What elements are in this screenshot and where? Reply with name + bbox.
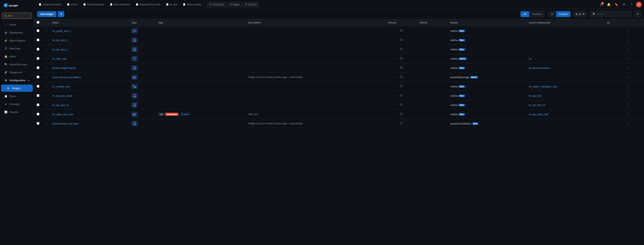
filter-all2-button[interactable]: All xyxy=(548,11,556,17)
dashboard-link[interactable]: tm_bar_label_test xyxy=(529,113,548,116)
widget-name-link[interactable]: tm_kpi_test_XL xyxy=(52,104,70,106)
row-menu-button[interactable]: ⋮ xyxy=(626,38,630,42)
help-button[interactable]: ? xyxy=(628,2,634,8)
row-us-cell xyxy=(604,100,624,110)
row-menu-button[interactable]: ⋮ xyxy=(626,66,630,70)
row-us-cell xyxy=(604,119,624,128)
dashboard-link[interactable]: tm xyxy=(529,57,532,60)
row-checkbox[interactable] xyxy=(37,85,39,88)
select-all-checkbox[interactable] xyxy=(37,21,39,24)
widget-name-link[interactable]: tm_kpi_test_1 xyxy=(52,48,68,51)
widget-name-link[interactable]: Asset Services by Netflow xyxy=(52,76,81,79)
row-menu-button[interactable]: ⋮ xyxy=(626,57,630,60)
star-icon[interactable]: ☆ xyxy=(45,94,47,97)
tab-alerts12[interactable]: ⊞ Alerts12 xyxy=(243,2,259,7)
tag-badge-more[interactable]: +5 more xyxy=(179,112,191,116)
widget-name-link[interactable]: tm_sankey_test xyxy=(52,85,70,88)
tab-assets-exploration[interactable]: 📄 Assets Exploration xyxy=(36,2,64,7)
tab-rafal-bookmarks[interactable]: 📄 Rafal Bookmarks xyxy=(81,2,107,7)
widget-name-link[interactable]: tm_table_total_test xyxy=(52,113,73,116)
sidebar-item-label: Home xyxy=(10,23,16,26)
tab-pk-test[interactable]: 📄 pk test xyxy=(64,2,80,7)
table-settings-button[interactable]: ⚙ xyxy=(634,11,641,17)
column-header-us: Us xyxy=(604,19,624,26)
stream-badge: Raw xyxy=(459,104,465,106)
settings-button[interactable]: ⚙ xyxy=(621,2,627,8)
page-count-select[interactable]: ⊞ 10 ▼ xyxy=(574,11,587,17)
sidebar-item-configuration[interactable]: ⚙ Configuration ▲ xyxy=(1,76,33,84)
row-checkbox[interactable] xyxy=(37,113,39,116)
row-shared-cell xyxy=(417,64,448,73)
row-menu-button[interactable]: ⋮ xyxy=(626,29,630,33)
filter-favorites-button[interactable]: Favorites xyxy=(529,11,545,17)
row-checkbox[interactable] xyxy=(37,122,39,125)
search-input[interactable] xyxy=(597,13,629,16)
user-avatar[interactable]: A xyxy=(636,2,642,8)
sidebar-item-widgets[interactable]: ⊞ Widgets xyxy=(1,84,33,92)
row-menu-button[interactable]: ⋮ xyxy=(626,112,630,116)
row-checkbox[interactable] xyxy=(37,104,39,106)
add-widget-caret-button[interactable]: ▼ xyxy=(58,11,64,17)
tab-hosts-dash[interactable]: ⊞ Hosts Dash xyxy=(207,2,226,7)
row-menu-button[interactable]: ⋮ xyxy=(626,75,630,79)
star-icon[interactable]: ☆ xyxy=(45,85,47,88)
sidebar-item-home[interactable]: ⌂ Home xyxy=(1,21,33,28)
tab-reputation-ext-links[interactable]: 📄 Reputation Ext Links xyxy=(133,2,163,7)
dashboard-link[interactable]: pk test permissions xyxy=(529,66,550,70)
widget-name-link[interactable]: Asset Device Last Seen xyxy=(52,122,78,125)
row-checkbox[interactable] xyxy=(37,94,39,97)
filter-custom-button[interactable]: Custom xyxy=(556,11,570,17)
row-checkbox[interactable] xyxy=(37,57,39,60)
star-icon[interactable]: ☆ xyxy=(45,29,47,32)
tab-wazne-analizy[interactable]: 📄 Wazne analizy xyxy=(180,2,204,7)
bookmarks-button[interactable]: 🔖 xyxy=(613,2,620,8)
tab-widget[interactable]: ⊞ Widget xyxy=(227,2,242,7)
row-checkbox[interactable] xyxy=(37,48,39,50)
dashboard-link[interactable]: tm_kpi_test, tm xyxy=(529,104,546,106)
row-menu-button[interactable]: ⋮ xyxy=(626,94,630,98)
star-icon[interactable]: ☆ xyxy=(45,66,47,70)
sidebar-item-reports[interactable]: 📊 Reports xyxy=(1,108,33,116)
star-icon[interactable]: ☆ xyxy=(45,38,47,42)
tab-tm-test[interactable]: 📄 tm_test xyxy=(164,2,180,7)
sidebar-item-raw-data[interactable]: 🗄 Raw Data xyxy=(1,45,33,52)
dashboard-link[interactable]: tm_labels_cathegory_test xyxy=(529,85,557,88)
sidebar-item-playground[interactable]: 🚀 Playground xyxy=(1,69,33,76)
row-menu-button[interactable]: ⋮ xyxy=(626,122,630,126)
star-icon[interactable]: ☆ xyxy=(45,76,47,79)
dashboard-link[interactable]: tm_kpi_test xyxy=(529,94,541,97)
widget-name-link[interactable]: tm_kpi_test_small xyxy=(52,94,72,97)
widget-name-link[interactable]: tm_filter_test xyxy=(52,57,66,60)
row-type-cell xyxy=(129,73,156,82)
sidebar-item-dashboards[interactable]: ▦ Dashboards xyxy=(1,29,33,36)
widget-name-link[interactable]: pk test widget shared xyxy=(52,66,76,70)
type-table-icon xyxy=(132,74,138,80)
row-menu-button[interactable]: ⋮ xyxy=(626,84,630,88)
add-widget-button[interactable]: Add widget xyxy=(37,11,56,17)
widget-name-link[interactable]: tm_graph_test_1 xyxy=(52,30,71,32)
star-icon[interactable]: ☆ xyxy=(45,57,47,60)
filter-all-button[interactable]: All xyxy=(520,11,529,17)
star-icon[interactable]: ☆ xyxy=(45,48,47,51)
sidebar-item-quick-analysis[interactable]: ⚡ Quick Analysis xyxy=(1,37,33,44)
sidebar-item-alerts[interactable]: 🔔 Alerts xyxy=(1,53,33,60)
apps-button[interactable]: ⊞ 2 xyxy=(598,2,604,8)
row-menu-button[interactable]: ⋮ xyxy=(626,103,630,107)
row-checkbox[interactable] xyxy=(37,38,39,41)
star-icon[interactable]: ☆ xyxy=(45,122,47,125)
sidebar-item-asset-discovery[interactable]: 🔍 Asset Discovery xyxy=(1,61,33,68)
star-icon[interactable]: ☆ xyxy=(45,104,47,106)
alert-banner[interactable]: ⚠ ⚠ 2 xyxy=(2,13,32,19)
sidebar-item-rules[interactable]: 📋 Rules xyxy=(1,92,33,100)
row-menu-button[interactable]: ⋮ xyxy=(626,48,630,51)
widget-name-link[interactable]: tm_kpi_test_2 xyxy=(52,39,68,42)
row-stream-cell: netflowRaw xyxy=(448,36,526,45)
column-header-stream: Stream xyxy=(448,19,526,26)
sidebar-item-favorites[interactable]: ★ Favorites xyxy=(1,100,33,108)
row-checkbox[interactable] xyxy=(37,29,39,32)
star-icon[interactable]: ☆ xyxy=(45,113,47,116)
tab-rafal-drilldowns[interactable]: 📄 Rafal Drilldowns xyxy=(108,2,132,7)
notifications-button[interactable]: 🔔 xyxy=(606,2,612,8)
row-checkbox[interactable] xyxy=(37,76,39,78)
row-checkbox[interactable] xyxy=(37,66,39,69)
